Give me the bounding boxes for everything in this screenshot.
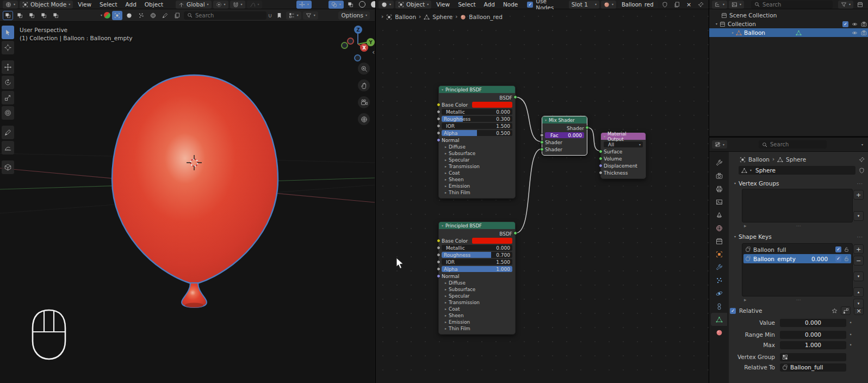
star-icon[interactable] <box>832 308 838 314</box>
node-header[interactable]: ▾Principled BSDF <box>439 86 515 93</box>
lock-open-icon[interactable] <box>844 246 850 252</box>
list-filter-toggle[interactable]: ▸ <box>744 223 747 228</box>
eye-icon[interactable] <box>852 30 858 36</box>
zoom-button[interactable] <box>358 63 370 75</box>
filter-dropdown[interactable]: ▾ <box>838 1 853 9</box>
shape-keys-panel-header[interactable]: ▾ Shape Keys ⋯ <box>729 232 868 241</box>
section-sheen[interactable]: ▸Sheen <box>439 176 515 183</box>
value-field[interactable]: 0.000 <box>780 319 846 327</box>
chevron-down-icon[interactable]: ▾ <box>861 143 863 146</box>
show-gizmo-toggle[interactable]: ▾ <box>296 1 312 9</box>
gizmo-axis-y-neg[interactable] <box>341 42 348 49</box>
section-sheen[interactable]: ▸Sheen <box>439 312 515 319</box>
section-subsurface[interactable]: ▸Subsurface <box>439 286 515 293</box>
list-resize-grip[interactable]: ⋯ <box>796 223 801 228</box>
panel-grip[interactable]: ⋯ <box>857 233 863 240</box>
remove-shape-key-button[interactable]: − <box>853 256 864 265</box>
gizmo-axis-x[interactable]: X <box>360 44 368 52</box>
tool-transform[interactable] <box>2 106 14 120</box>
panel-grip[interactable]: ⋯ <box>857 180 863 187</box>
mute-checkbox[interactable]: ✓ <box>835 246 841 252</box>
outliner-search[interactable] <box>751 1 833 9</box>
socket-out-shader[interactable] <box>585 126 589 129</box>
filter-select[interactable]: ▾ <box>303 11 318 20</box>
properties-search-input[interactable] <box>770 141 814 147</box>
select-mode-new-button[interactable] <box>3 11 13 20</box>
navigation-gizmo[interactable]: Z Y X <box>337 23 375 63</box>
balloon-body[interactable] <box>112 75 278 283</box>
options-dropdown[interactable]: Options▾ <box>338 11 370 20</box>
menu-select[interactable]: Select <box>455 1 479 8</box>
breadcrumb-mesh[interactable]: Sphere <box>786 156 806 163</box>
editor-type-select[interactable]: ▾ <box>712 140 727 149</box>
shape-key-value[interactable]: 0.000 <box>811 256 833 262</box>
lock-open-icon[interactable] <box>844 256 850 262</box>
node-header[interactable]: ▾Principled BSDF <box>439 222 515 229</box>
collapse-icon[interactable]: ▾ <box>442 88 443 91</box>
tab-material[interactable] <box>711 326 727 339</box>
alpha-slider[interactable]: Alpha1.000 <box>442 266 512 272</box>
shading-wireframe-button[interactable] <box>357 0 368 9</box>
vertex-parent-button[interactable] <box>841 306 851 315</box>
tab-particles[interactable] <box>711 274 727 287</box>
animate-dot-icon[interactable]: • <box>846 332 855 337</box>
alpha-slider[interactable]: Alpha0.500 <box>442 130 512 136</box>
mode-select[interactable]: Object Mode▾ <box>20 1 73 9</box>
camera-icon[interactable] <box>861 30 867 36</box>
tree-row-balloon[interactable]: ▸ Balloon <box>709 28 868 37</box>
gizmo-axis-z-neg[interactable] <box>354 54 361 61</box>
pin-icon[interactable] <box>859 157 865 163</box>
list-resize-grip[interactable]: ⋯ <box>796 297 801 302</box>
breadcrumb-object[interactable]: Balloon <box>748 156 770 163</box>
material-name-input[interactable] <box>621 1 656 8</box>
node-material-output[interactable]: ▾Material Output All▾ Surface Volume Dis… <box>600 132 646 179</box>
pan-button[interactable] <box>358 79 370 91</box>
select-mode-invert-button[interactable] <box>39 11 49 20</box>
properties-search[interactable] <box>759 140 827 149</box>
select-mode-subtract-button[interactable] <box>27 11 37 20</box>
move-shape-key-up-button[interactable]: ▴ <box>853 287 864 297</box>
gizmo-axis-y[interactable]: Y <box>367 38 375 46</box>
tool-cursor[interactable] <box>2 41 14 54</box>
camera-icon[interactable] <box>861 21 867 27</box>
socket-in-base-color[interactable] <box>437 239 441 243</box>
node-mix-shader[interactable]: ▾Mix Shader Shader Fac0.000 Shader Shade… <box>542 116 587 156</box>
breadcrumb-object[interactable]: Balloon <box>395 14 416 20</box>
material-name-field[interactable] <box>618 1 658 9</box>
socket-in-surface[interactable] <box>599 150 603 153</box>
tool-search-input[interactable] <box>195 13 255 18</box>
view-layout-select[interactable]: ▾ <box>286 11 301 20</box>
base-color-swatch[interactable] <box>472 102 512 108</box>
socket-in-fac[interactable] <box>540 133 544 137</box>
region-toggle-arrow[interactable]: ‹ <box>372 48 375 56</box>
expand-icon[interactable]: ▾ <box>716 22 717 26</box>
shading-dots-button[interactable] <box>136 11 146 20</box>
tab-view-layer[interactable] <box>711 195 727 208</box>
pivot-point-select[interactable]: ▾ <box>213 1 228 9</box>
vertex-groups-list[interactable] <box>742 189 853 223</box>
editor-type-select[interactable]: ▾ <box>3 1 18 9</box>
section-subsurface[interactable]: ▸Subsurface <box>439 150 515 157</box>
display-mode-select[interactable]: ▾ <box>729 1 744 9</box>
shape-keys-list[interactable]: Balloon_full ✓ Balloon_empty 0.000 ✓ <box>742 243 853 296</box>
node-header[interactable]: ▾Material Output <box>601 133 646 140</box>
menu-view[interactable]: View <box>433 1 453 8</box>
collapse-icon[interactable]: ▾ <box>604 135 605 138</box>
list-filter-toggle[interactable]: ▸ <box>744 297 747 302</box>
collapse-icon[interactable]: ▾ <box>545 119 547 122</box>
socket-in-metallic[interactable] <box>437 110 441 114</box>
node-header[interactable]: ▾Mix Shader <box>542 116 587 123</box>
socket-in-shader-1[interactable] <box>540 140 544 144</box>
tree-row-scene-collection[interactable]: Scene Collection <box>709 11 868 20</box>
menu-add[interactable]: Add <box>481 1 498 8</box>
chevron-down-icon[interactable]: ▾ <box>101 14 102 17</box>
menu-view[interactable]: View <box>75 1 95 8</box>
transform-orientation-select[interactable]: Global▾ <box>176 1 212 9</box>
section-diffuse[interactable]: ▸Diffuse <box>439 144 515 150</box>
max-field[interactable]: 1.000 <box>780 341 846 349</box>
socket-in-shader-2[interactable] <box>540 147 544 151</box>
animate-dot-icon[interactable]: • <box>846 343 855 348</box>
gizmo-axis-x-neg[interactable] <box>347 38 354 45</box>
tab-tool[interactable] <box>711 156 727 169</box>
unlink-material-button[interactable]: × <box>684 0 694 9</box>
